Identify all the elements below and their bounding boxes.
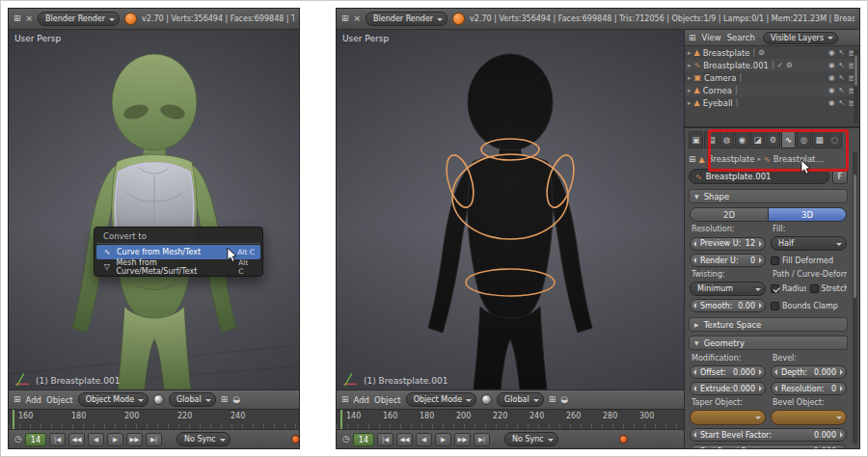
props-tab-physics[interactable]: ◌	[827, 131, 842, 148]
visibility-eye-icon[interactable]: ◉	[828, 98, 835, 107]
bounds-clamp-checkbox[interactable]: Bounds Clamp	[771, 302, 847, 310]
outliner-item[interactable]: ▸ ▲ Breastplate | ⚙ ◉ ↖ ▤	[685, 46, 859, 59]
next-keyframe-button[interactable]: ▶▶	[126, 433, 143, 446]
window-layout-icon[interactable]: ⊞	[341, 14, 349, 23]
props-tab-scene[interactable]: ◍	[719, 131, 734, 148]
props-tab-object[interactable]: ◪	[750, 131, 765, 148]
window-layout-icon[interactable]: ⊞	[14, 14, 21, 23]
twist-method-dropdown[interactable]: Minimum	[690, 282, 766, 296]
visibility-eye-icon[interactable]: ◉	[828, 48, 835, 57]
properties-scrollbar[interactable]	[853, 151, 857, 444]
disclosure-icon[interactable]: ▸	[688, 49, 692, 57]
selectability-cursor-icon[interactable]: ↖	[839, 86, 845, 94]
interaction-mode-dropdown[interactable]: Object Mode	[406, 392, 476, 407]
snap-magnet-icon[interactable]: ◒	[560, 395, 568, 404]
editor-type-icon[interactable]: ⊞	[341, 395, 349, 404]
preview-u-field[interactable]: Preview U: 12	[690, 237, 766, 251]
jump-to-end-button[interactable]: ▶|	[474, 433, 490, 446]
clock-icon[interactable]: ◷	[14, 435, 22, 444]
radius-checkbox[interactable]: Radius	[771, 284, 806, 293]
taper-object-field[interactable]	[690, 410, 766, 425]
transform-orientation-dropdown[interactable]: Global	[497, 392, 544, 407]
disclosure-icon[interactable]: ▸	[688, 99, 692, 107]
outliner-item[interactable]: ▸ ▲ Cornea | ◉ ↖ ▤	[685, 84, 859, 96]
props-tab-material[interactable]: ◎	[797, 131, 811, 148]
stretch-checkbox[interactable]: Stretch	[810, 284, 847, 293]
current-frame-field[interactable]: 14	[25, 433, 46, 446]
timeline-ruler[interactable]: 140 160 180 200 220 240 260 280 300	[337, 409, 684, 429]
geometry-section-header[interactable]: ▼ Geometry	[689, 336, 848, 350]
timeline-ruler[interactable]: 160 180 200 220 240	[9, 409, 299, 429]
record-button[interactable]	[619, 435, 628, 444]
sync-dropdown[interactable]: No Sync	[176, 432, 231, 446]
outliner-view-menu[interactable]: View	[702, 33, 721, 42]
twist-smooth-field[interactable]: Smooth: 0.00	[690, 299, 766, 312]
outliner-filter-dropdown[interactable]: Visible Layers	[763, 32, 838, 44]
bevel-object-field[interactable]	[771, 410, 847, 425]
dimensions-3d-button[interactable]: 3D	[769, 207, 847, 222]
transform-orientation-dropdown[interactable]: Global	[169, 392, 216, 407]
visibility-eye-icon[interactable]: ◉	[828, 73, 835, 82]
props-tab-object-data[interactable]: ∿	[781, 131, 796, 148]
play-button[interactable]: ▶	[435, 433, 451, 446]
bevel-resolution-field[interactable]: Resolution: 0	[771, 382, 847, 395]
layers-grid-icon[interactable]: ⊞	[549, 395, 556, 404]
next-keyframe-button[interactable]: ▶▶	[454, 433, 471, 446]
current-frame-field[interactable]: 14	[353, 433, 374, 446]
props-tab-modifiers[interactable]: ⚙	[766, 131, 780, 148]
dimensions-2d-button[interactable]: 2D	[690, 207, 769, 222]
close-icon[interactable]: ×	[26, 14, 34, 23]
play-reverse-button[interactable]: ◀	[416, 433, 432, 446]
visibility-eye-icon[interactable]: ◉	[828, 61, 835, 69]
viewport-3d[interactable]: User Persp	[337, 30, 684, 390]
offset-field[interactable]: Offset: 0.000	[690, 365, 766, 379]
play-button[interactable]: ▶	[107, 433, 123, 446]
jump-to-start-button[interactable]: |◀	[377, 433, 393, 446]
props-tab-render[interactable]: ▣	[689, 131, 703, 148]
outliner-search-menu[interactable]: Search	[727, 33, 755, 42]
menu-object[interactable]: Object	[374, 395, 401, 405]
sync-dropdown[interactable]: No Sync	[504, 432, 558, 446]
render-u-field[interactable]: Render U: 0	[690, 254, 766, 267]
props-tab-world[interactable]: ◉	[735, 131, 749, 148]
start-bevel-factor-field[interactable]: Start Bevel Factor: 0.000	[690, 428, 847, 442]
render-engine-dropdown[interactable]: Blender Render	[38, 12, 120, 26]
jump-to-start-button[interactable]: |◀	[49, 433, 66, 446]
disclosure-icon[interactable]: ▸	[688, 74, 692, 82]
shape-section-header[interactable]: ▼ Shape	[689, 189, 848, 203]
fill-mode-dropdown[interactable]: Half	[771, 236, 847, 251]
menu-add[interactable]: Add	[354, 395, 369, 405]
fill-deformed-checkbox[interactable]: Fill Deformed	[771, 256, 847, 265]
bevel-depth-field[interactable]: Depth: 0.000	[771, 365, 847, 379]
end-bevel-factor-field[interactable]: End Bevel Factor: 1.000	[690, 444, 847, 448]
outliner-item[interactable]: ▸ ▣ Camera | ◉ ↖ ▤	[685, 71, 859, 84]
snap-magnet-icon[interactable]: ◒	[232, 395, 240, 404]
playhead-marker[interactable]	[13, 410, 14, 429]
selectability-cursor-icon[interactable]: ↖	[839, 61, 845, 69]
menu-add[interactable]: Add	[26, 395, 41, 405]
viewport-shading-icon[interactable]	[481, 394, 492, 405]
prev-keyframe-button[interactable]: ◀◀	[68, 433, 85, 446]
visibility-eye-icon[interactable]: ◉	[828, 86, 835, 94]
layers-grid-icon[interactable]: ⊞	[221, 395, 229, 404]
selectability-cursor-icon[interactable]: ↖	[839, 73, 845, 82]
props-tab-texture[interactable]: ▦	[812, 131, 827, 148]
clock-icon[interactable]: ◷	[342, 435, 350, 444]
viewport-shading-icon[interactable]	[153, 394, 164, 405]
disclosure-icon[interactable]: ▸	[688, 62, 692, 69]
menu-object[interactable]: Object	[46, 395, 73, 405]
fake-user-button[interactable]: F	[832, 169, 848, 184]
record-button[interactable]	[291, 435, 299, 444]
breadcrumb-object[interactable]: Breastplate	[708, 154, 755, 164]
outliner-item[interactable]: ▸ ∿ Breastplate.001 | ✓ ⚙ ◉ ↖ ▤	[685, 59, 859, 71]
selectability-cursor-icon[interactable]: ↖	[839, 48, 845, 57]
selectability-cursor-icon[interactable]: ↖	[839, 98, 845, 107]
prev-keyframe-button[interactable]: ◀◀	[396, 433, 413, 446]
play-reverse-button[interactable]: ◀	[88, 433, 104, 446]
properties-editor-icon[interactable]: ⊞	[689, 155, 696, 164]
texture-space-section-header[interactable]: ▶ Texture Space	[689, 317, 848, 332]
props-tab-render-layers[interactable]: ▤	[704, 131, 719, 148]
editor-type-icon[interactable]: ⊞	[14, 395, 21, 404]
viewport-3d[interactable]: User Persp	[9, 30, 299, 390]
extrude-field[interactable]: Extrude: 0.000	[690, 382, 766, 395]
